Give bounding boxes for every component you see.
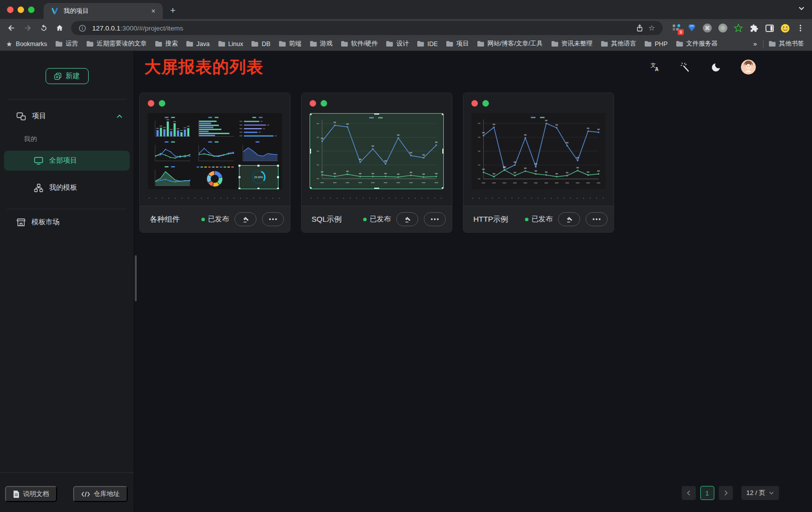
extension-grid-icon[interactable]: 9 <box>671 23 682 34</box>
extensions-puzzle-icon[interactable] <box>748 23 759 34</box>
sidebar-divider <box>7 209 127 209</box>
bookmark-folder[interactable]: 资讯未整理 <box>551 40 593 48</box>
browser-menu-icon[interactable] <box>795 23 806 34</box>
more-actions-button[interactable] <box>586 212 608 226</box>
sidebar-item-my-templates[interactable]: 我的模板 <box>4 178 130 198</box>
card-thumbnail[interactable]: 25.00% <box>148 113 282 189</box>
green-dot <box>482 100 489 107</box>
emoji-extension-icon[interactable] <box>779 23 790 34</box>
bookmark-folder[interactable]: 搜索 <box>155 40 178 48</box>
bookmarks-overflow-chevron[interactable]: » <box>748 40 762 48</box>
bookmark-folder[interactable]: Java <box>186 41 209 48</box>
bookmark-folder[interactable]: PHP <box>644 41 668 48</box>
selection-handle <box>374 188 379 189</box>
prev-page-button[interactable] <box>682 486 696 500</box>
extension-dot-icon[interactable] <box>717 23 728 34</box>
home-button[interactable] <box>52 21 67 36</box>
svg-text:A: A <box>655 67 658 72</box>
more-actions-button[interactable] <box>424 212 446 226</box>
next-page-button[interactable] <box>719 486 733 500</box>
page-size-select[interactable]: 12 / 页 <box>741 486 779 500</box>
user-avatar[interactable] <box>741 60 756 75</box>
repo-button[interactable]: 仓库地址 <box>73 486 128 502</box>
project-card[interactable]: 25.00% 各种组件 已发布 <box>139 93 291 233</box>
goview-favicon <box>51 7 59 15</box>
back-button[interactable] <box>4 21 19 36</box>
publish-status: 已发布 <box>363 215 391 224</box>
share-icon[interactable] <box>634 22 646 34</box>
extensions-area: 9 ⌘ <box>667 23 808 34</box>
extension-command-icon[interactable]: ⌘ <box>702 23 713 34</box>
bookmark-folder[interactable]: 设计 <box>386 40 409 48</box>
close-window-button[interactable] <box>7 7 14 13</box>
bookmarks-divider <box>763 40 763 48</box>
bookmark-star-icon[interactable]: ☆ <box>646 22 658 34</box>
hammer-icon <box>404 216 411 223</box>
status-label: 已发布 <box>208 215 229 224</box>
edit-button[interactable] <box>396 212 418 226</box>
extension-gem-icon[interactable] <box>686 23 697 34</box>
project-card-list: 25.00% 各种组件 已发布 <box>134 83 812 233</box>
status-dot <box>525 218 528 221</box>
card-thumbnail[interactable] <box>471 113 606 189</box>
chevron-up-icon[interactable] <box>116 113 123 120</box>
language-icon[interactable]: 文A <box>649 62 660 73</box>
bookmark-folder[interactable]: 运营 <box>55 40 78 48</box>
edit-button[interactable] <box>234 212 256 226</box>
url-text[interactable]: 127.0.0.1:3000/#/project/items <box>92 25 634 32</box>
docs-button[interactable]: 说明文档 <box>5 486 57 502</box>
bookmark-folder[interactable]: Linux <box>218 41 243 48</box>
side-panel-icon[interactable] <box>764 23 775 34</box>
folder-icon <box>676 41 683 47</box>
other-bookmarks[interactable]: 其他书签 <box>768 40 804 48</box>
mini-chart-hlines <box>237 116 280 140</box>
bookmark-folder[interactable]: 游戏 <box>310 40 333 48</box>
new-tab-button[interactable]: + <box>166 4 180 18</box>
more-actions-button[interactable] <box>262 212 284 226</box>
svg-text:⌘: ⌘ <box>705 25 710 31</box>
extension-badge: 9 <box>678 29 684 35</box>
bookmark-folder-label: 其他语言 <box>611 40 636 48</box>
project-card[interactable]: SQL示例 已发布 <box>301 93 452 233</box>
forward-button[interactable] <box>20 21 35 36</box>
project-card[interactable]: HTTP示例 已发布 <box>463 93 614 233</box>
folder-icon <box>446 41 453 47</box>
extension-star-icon[interactable] <box>733 23 744 34</box>
sidebar-section-projects[interactable]: 项目 <box>0 109 134 124</box>
minimize-window-button[interactable] <box>18 7 24 13</box>
card-thumbnail[interactable] <box>310 113 444 189</box>
bookmark-folder[interactable]: 文件服务器 <box>676 40 718 48</box>
status-label: 已发布 <box>370 215 391 224</box>
site-info-icon[interactable] <box>76 22 88 34</box>
url-path: :3000/#/project/items <box>120 25 183 32</box>
mini-chart-hbar <box>193 116 236 140</box>
maximize-window-button[interactable] <box>28 7 35 13</box>
bookmark-folder[interactable]: 软件/硬件 <box>341 40 378 48</box>
sidebar-item-template-market[interactable]: 模板市场 <box>4 212 130 232</box>
browser-tab[interactable]: 我的项目 × <box>44 3 163 19</box>
bookmark-folder[interactable]: DB <box>251 41 270 48</box>
bookmark-folder[interactable]: 前端 <box>279 40 302 48</box>
bookmark-folder[interactable]: 其他语言 <box>601 40 636 48</box>
tab-close-icon[interactable]: × <box>149 7 158 16</box>
bookmark-folder[interactable]: 项目 <box>446 40 469 48</box>
repo-button-label: 仓库地址 <box>94 489 120 498</box>
page-number[interactable]: 1 <box>700 486 714 500</box>
card-title: HTTP示例 <box>473 215 508 224</box>
vertical-scrollbar[interactable] <box>135 255 137 301</box>
reload-button[interactable] <box>36 21 51 36</box>
bookmarks-label[interactable]: Bookmarks <box>16 41 48 48</box>
bookmark-folder[interactable]: 网站/博客/文章/工具 <box>477 40 543 48</box>
bookmark-folder[interactable]: IDE <box>417 41 438 48</box>
edit-button[interactable] <box>558 212 580 226</box>
selection-handle <box>442 149 444 154</box>
tab-search-chevron-icon[interactable] <box>798 5 805 14</box>
magic-wand-icon[interactable] <box>680 62 691 73</box>
ellipsis-icon <box>269 218 277 220</box>
address-bar[interactable]: 127.0.0.1:3000/#/project/items ☆ <box>71 21 663 35</box>
other-bookmarks-label: 其他书签 <box>779 40 804 48</box>
new-project-button[interactable]: 新建 <box>46 68 89 84</box>
dark-mode-moon-icon[interactable] <box>710 62 721 73</box>
bookmark-folder[interactable]: 近期需要读的文章 <box>86 40 147 48</box>
sidebar-item-all-projects[interactable]: 全部项目 <box>4 151 130 171</box>
